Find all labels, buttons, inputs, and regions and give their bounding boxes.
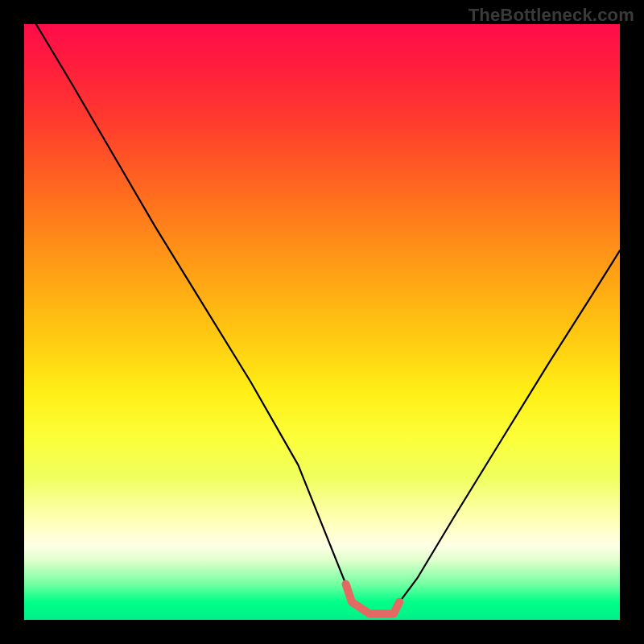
optimal-zone-highlight xyxy=(346,584,400,614)
bottleneck-curve-path xyxy=(36,24,620,614)
chart-frame: TheBottleneck.com xyxy=(0,0,644,644)
curve-svg xyxy=(24,24,620,620)
plot-area xyxy=(24,24,620,620)
watermark-text: TheBottleneck.com xyxy=(469,5,634,26)
